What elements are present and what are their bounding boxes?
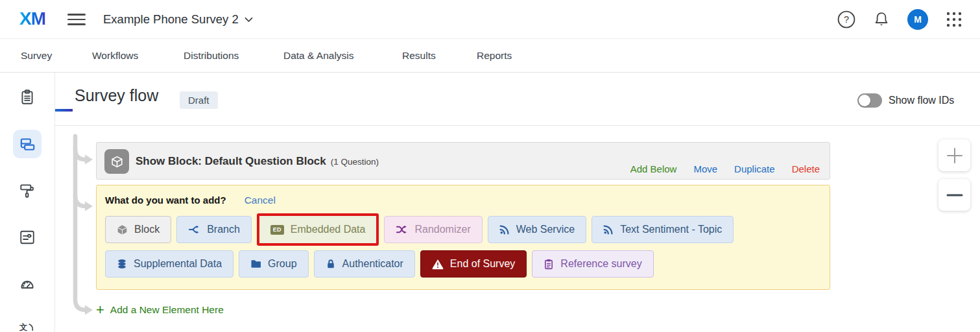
sidebar-item-survey-flow[interactable] <box>13 130 42 158</box>
add-element-panel: What do you want to add? Cancel Block <box>96 185 830 290</box>
lock-icon <box>326 259 336 269</box>
block-actions: Add Below Move Duplicate Delete <box>630 163 820 174</box>
button-label: Web Service <box>516 224 575 235</box>
add-branch-button[interactable]: Branch <box>176 216 252 243</box>
web-service-icon <box>603 224 614 235</box>
cube-icon <box>117 224 128 235</box>
notifications-bell-icon[interactable] <box>872 10 890 29</box>
avatar-initial: M <box>914 14 922 25</box>
add-below-link[interactable]: Add Below <box>630 163 677 174</box>
add-group-button[interactable]: Group <box>239 250 308 278</box>
survey-name: Example Phone Survey 2 <box>103 12 239 27</box>
clipboard-small-icon <box>544 259 554 270</box>
button-label: End of Survey <box>450 258 516 270</box>
warning-icon <box>432 259 444 270</box>
move-link[interactable]: Move <box>693 163 717 174</box>
top-header: XM Example Phone Survey 2 ? M <box>0 0 980 39</box>
add-text-sentiment-topic-button[interactable]: Text Sentiment - Topic <box>592 216 734 243</box>
button-label: Branch <box>207 224 240 235</box>
header-actions: ? M <box>837 0 963 39</box>
translate-icon: 文 A <box>19 322 36 332</box>
block-question-count: (1 Question) <box>331 157 379 167</box>
shuffle-icon <box>396 224 408 235</box>
svg-text:?: ? <box>844 14 849 25</box>
hamburger-menu-icon[interactable] <box>67 14 86 25</box>
help-icon[interactable]: ? <box>837 10 855 29</box>
embedded-data-badge-icon: ED <box>270 225 284 235</box>
folder-icon <box>250 259 261 269</box>
plus-icon <box>946 147 963 164</box>
delete-link[interactable]: Delete <box>792 163 820 174</box>
survey-flow-page: XM Example Phone Survey 2 ? M <box>0 0 980 332</box>
tab-survey[interactable]: Survey <box>21 39 52 73</box>
sidebar-item-quotas[interactable] <box>13 270 42 298</box>
minus-icon <box>946 187 963 204</box>
add-supplemental-data-button[interactable]: Supplemental Data <box>105 250 233 278</box>
add-authenticator-button[interactable]: Authenticator <box>314 250 415 278</box>
block-cube-icon <box>104 149 129 174</box>
zoom-in-button[interactable] <box>938 139 970 171</box>
branch-icon <box>188 224 200 235</box>
cancel-link[interactable]: Cancel <box>245 195 276 206</box>
button-label: Supplemental Data <box>134 258 222 270</box>
sidebar-item-survey-builder[interactable] <box>13 83 42 112</box>
add-block-button[interactable]: Block <box>105 216 171 243</box>
zoom-out-button[interactable] <box>938 179 970 211</box>
tab-results[interactable]: Results <box>402 39 436 73</box>
svg-text:文: 文 <box>19 323 28 332</box>
plus-icon: + <box>96 303 104 317</box>
app-grid-icon[interactable] <box>945 10 963 29</box>
sliders-icon <box>19 229 36 246</box>
button-label: Authenticator <box>342 258 403 270</box>
add-embedded-data-button[interactable]: ED Embedded Data <box>257 213 379 246</box>
toggle-knob <box>859 95 870 106</box>
tab-workflows[interactable]: Workflows <box>92 39 138 73</box>
survey-name-dropdown[interactable]: Example Phone Survey 2 <box>103 0 253 39</box>
panel-button-row-2: Supplemental Data Group Authenticator <box>105 250 821 278</box>
add-reference-survey-button[interactable]: Reference survey <box>532 250 653 278</box>
button-label: Text Sentiment - Topic <box>620 224 722 235</box>
flow-icon <box>19 136 36 152</box>
main-tabbar: Survey Workflows Distributions Data & An… <box>0 39 980 73</box>
button-label: Block <box>134 224 160 235</box>
sidebar-item-translations[interactable]: 文 A <box>13 316 42 332</box>
add-end-of-survey-button[interactable]: End of Survey <box>420 250 527 278</box>
chevron-down-icon <box>245 17 253 23</box>
add-web-service-button[interactable]: Web Service <box>488 216 586 243</box>
button-label: Group <box>268 258 296 270</box>
paint-roller-icon <box>19 182 36 199</box>
question-block-card[interactable]: Show Block: Default Question Block (1 Qu… <box>96 142 830 180</box>
button-label: Randomizer <box>414 224 470 235</box>
block-title: Show Block: Default Question Block <box>136 155 326 168</box>
add-randomizer-button[interactable]: Randomizer <box>384 216 482 243</box>
gauge-icon <box>19 276 36 292</box>
panel-prompt: What do you want to add? <box>105 195 226 206</box>
tab-distributions[interactable]: Distributions <box>184 39 239 73</box>
web-service-icon <box>499 224 510 235</box>
button-label: Embedded Data <box>291 224 366 235</box>
show-flow-ids-label: Show flow IDs <box>889 95 954 106</box>
tab-data-analysis[interactable]: Data & Analysis <box>283 39 354 73</box>
panel-head: What do you want to add? Cancel <box>105 193 821 206</box>
button-label: Reference survey <box>560 258 641 270</box>
avatar[interactable]: M <box>907 9 928 30</box>
show-flow-ids-toggle[interactable] <box>857 93 882 108</box>
status-badge: Draft <box>180 91 218 109</box>
sidebar-item-survey-options[interactable] <box>13 223 42 252</box>
database-icon <box>117 259 127 269</box>
add-new-element-link[interactable]: + Add a New Element Here <box>96 303 224 317</box>
xm-logo: XM <box>19 8 45 29</box>
page-title: Survey flow <box>75 86 158 105</box>
block-title-row: Show Block: Default Question Block (1 Qu… <box>136 143 379 180</box>
clipboard-icon <box>19 89 36 106</box>
add-new-element-label: Add a New Element Here <box>110 304 224 316</box>
duplicate-link[interactable]: Duplicate <box>734 163 775 174</box>
canvas-divider <box>55 125 980 126</box>
sidebar-item-look-and-feel[interactable] <box>13 176 42 205</box>
panel-button-row-1: Block Branch ED Embedded Data <box>105 213 821 246</box>
left-sidebar: 文 A <box>0 73 55 332</box>
tab-reports[interactable]: Reports <box>477 39 512 73</box>
